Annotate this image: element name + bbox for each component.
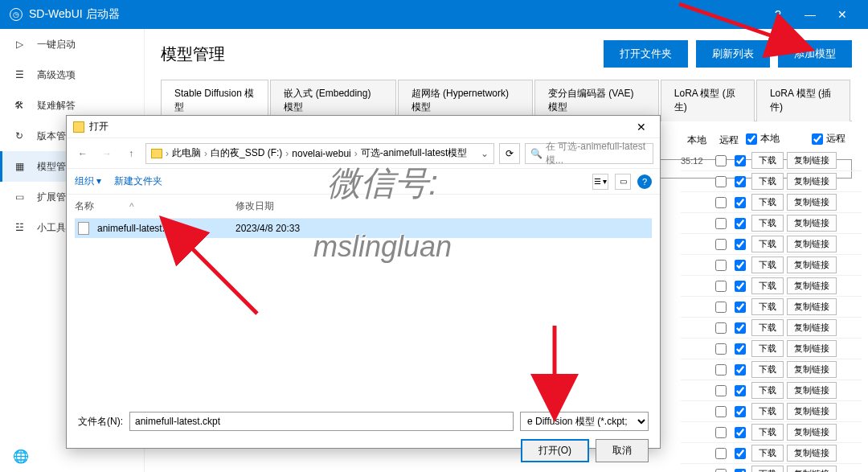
download-button[interactable]: 下载 <box>751 445 784 462</box>
help-icon[interactable]: ? <box>637 174 652 189</box>
remote-check[interactable] <box>735 427 746 438</box>
nav-back-button[interactable]: ← <box>73 144 92 163</box>
download-button[interactable]: 下载 <box>751 257 784 273</box>
remote-check[interactable] <box>735 469 746 473</box>
copy-link-button[interactable]: 复制链接 <box>787 340 837 357</box>
copy-link-button[interactable]: 复制链接 <box>787 319 837 336</box>
file-filter-select[interactable]: e Diffusion 模型 (*.ckpt; <box>520 412 649 431</box>
view-preview-icon[interactable]: ▭ <box>615 174 631 190</box>
organize-menu[interactable]: 组织 ▾ <box>75 174 101 188</box>
new-folder-button[interactable]: 新建文件夹 <box>114 174 162 188</box>
remote-check[interactable] <box>735 406 746 417</box>
remote-check[interactable] <box>735 218 746 229</box>
tab-lora-native[interactable]: LoRA 模型 (原生) <box>661 80 755 121</box>
copy-link-button[interactable]: 复制链接 <box>787 361 837 378</box>
local-check[interactable] <box>715 302 727 313</box>
local-check[interactable] <box>715 406 727 417</box>
remote-check[interactable] <box>735 364 746 376</box>
remote-check[interactable] <box>735 322 746 334</box>
chevron-down-icon[interactable]: ⌄ <box>481 148 489 159</box>
copy-link-button[interactable]: 复制链接 <box>787 382 837 399</box>
download-button[interactable]: 下载 <box>751 215 784 232</box>
column-name[interactable]: 名称 ^ <box>75 199 235 213</box>
breadcrumb-item[interactable]: novelai-webui <box>292 148 350 159</box>
copy-link-button[interactable]: 复制链接 <box>787 236 837 252</box>
remote-check[interactable] <box>735 239 746 250</box>
dialog-search-input[interactable]: 🔍在 可选-animefull-latest模... <box>525 143 653 164</box>
copy-link-button[interactable]: 复制链接 <box>787 424 837 441</box>
local-check[interactable] <box>715 281 727 292</box>
globe-icon[interactable]: 🌐 <box>13 449 29 464</box>
view-details-icon[interactable]: ☰ ▾ <box>592 174 608 190</box>
remote-check[interactable] <box>735 197 746 208</box>
remote-check[interactable] <box>735 260 746 271</box>
download-button[interactable]: 下载 <box>751 340 784 357</box>
download-button[interactable]: 下载 <box>751 236 784 252</box>
dialog-close-button[interactable]: ✕ <box>629 121 653 133</box>
cancel-button[interactable]: 取消 <box>596 439 649 462</box>
local-check[interactable] <box>715 469 727 473</box>
download-button[interactable]: 下载 <box>751 424 784 441</box>
column-modified[interactable]: 修改日期 <box>235 199 324 213</box>
local-check[interactable] <box>715 155 727 166</box>
local-check[interactable] <box>715 197 727 208</box>
remote-check[interactable] <box>735 385 746 396</box>
breadcrumb-item[interactable]: 此电脑 <box>172 146 201 160</box>
local-check[interactable] <box>715 448 727 459</box>
download-button[interactable]: 下载 <box>751 382 784 399</box>
copy-link-button[interactable]: 复制链接 <box>787 277 837 294</box>
local-check[interactable] <box>715 385 727 396</box>
remote-check[interactable] <box>735 281 746 292</box>
breadcrumb-item[interactable]: 可选-animefull-latest模型 <box>361 146 468 160</box>
sidebar-item-advanced[interactable]: ☰高级选项 <box>0 60 144 90</box>
copy-link-button[interactable]: 复制链接 <box>787 173 837 190</box>
open-folder-button[interactable]: 打开文件夹 <box>604 40 688 68</box>
refresh-list-button[interactable]: 刷新列表 <box>696 40 770 68</box>
tab-lora-plugin[interactable]: LoRA 模型 (插件) <box>756 80 850 121</box>
remote-check[interactable] <box>735 176 746 187</box>
sidebar-item-launch[interactable]: ▷一键启动 <box>0 29 144 60</box>
list-icon: ☰ <box>13 68 26 81</box>
local-check[interactable] <box>715 364 727 376</box>
filename-input[interactable] <box>129 412 514 431</box>
copy-link-button[interactable]: 复制链接 <box>787 215 837 232</box>
minimize-button[interactable]: ― <box>794 0 826 29</box>
close-button[interactable]: ✕ <box>826 0 858 29</box>
help-button[interactable]: ? <box>762 0 794 29</box>
copy-link-button[interactable]: 复制链接 <box>787 152 837 169</box>
copy-link-button[interactable]: 复制链接 <box>787 403 837 420</box>
download-button[interactable]: 下载 <box>751 298 784 315</box>
breadcrumb-item[interactable]: 白的夜_SSD (F:) <box>211 146 282 160</box>
download-button[interactable]: 下载 <box>751 173 784 190</box>
local-check[interactable] <box>715 218 727 229</box>
refresh-button[interactable]: ⟳ <box>499 143 520 164</box>
open-button[interactable]: 打开(O) <box>521 439 589 462</box>
add-model-button[interactable]: 添加模型 <box>778 40 852 68</box>
download-button[interactable]: 下载 <box>751 319 784 336</box>
copy-link-button[interactable]: 复制链接 <box>787 194 837 211</box>
local-check[interactable] <box>715 239 727 250</box>
remote-check[interactable] <box>735 155 746 166</box>
local-check[interactable] <box>715 427 727 438</box>
copy-link-button[interactable]: 复制链接 <box>787 466 837 472</box>
remote-check[interactable] <box>735 343 746 355</box>
remote-check[interactable] <box>735 302 746 313</box>
download-button[interactable]: 下载 <box>751 277 784 294</box>
download-button[interactable]: 下载 <box>751 466 784 472</box>
local-check[interactable] <box>715 322 727 334</box>
download-button[interactable]: 下载 <box>751 403 784 420</box>
local-check[interactable] <box>715 176 727 187</box>
remote-check[interactable] <box>735 448 746 459</box>
download-button[interactable]: 下载 <box>751 361 784 378</box>
copy-link-button[interactable]: 复制链接 <box>787 298 837 315</box>
copy-link-button[interactable]: 复制链接 <box>787 445 837 462</box>
local-check[interactable] <box>715 343 727 355</box>
breadcrumb[interactable]: › 此电脑› 白的夜_SSD (F:)› novelai-webui› 可选-a… <box>145 143 494 164</box>
nav-up-button[interactable]: ↑ <box>121 144 141 163</box>
download-button[interactable]: 下载 <box>751 152 784 169</box>
local-check[interactable] <box>715 260 727 271</box>
copy-link-button[interactable]: 复制链接 <box>787 257 837 273</box>
nav-forward-button[interactable]: → <box>97 144 117 163</box>
download-button[interactable]: 下载 <box>751 194 784 211</box>
file-row[interactable]: animefull-latest.ckpt 2023/4/8 20:33 <box>75 219 652 238</box>
